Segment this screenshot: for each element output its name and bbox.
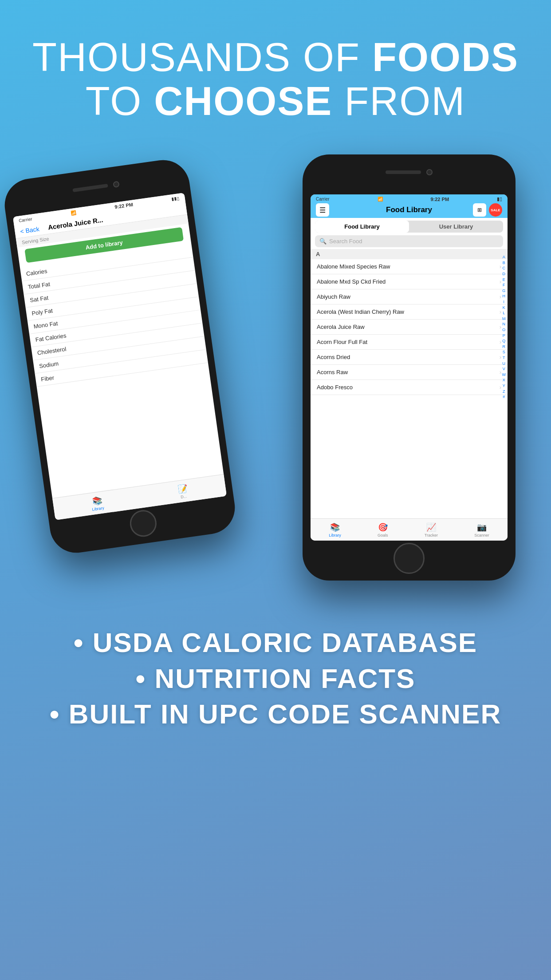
front-nav-bar: ☰ Food Library ⊞ SALE [311,204,508,218]
wifi-icon-front: 📶 [378,197,383,202]
food-item-7[interactable]: Acorns Raw› [311,365,508,380]
food-item-3[interactable]: Acerola (West Indian Cherry) Raw› [311,304,508,320]
phone-front-home-button[interactable] [394,543,425,574]
phone-front-top [303,154,516,190]
search-icon: 🔍 [319,238,327,245]
scanner-tab-icon: 📷 [477,522,487,532]
nav-icon-left[interactable]: ☰ [316,203,329,217]
sale-badge[interactable]: SALE [489,203,502,217]
nav-icons-right: ⊞ SALE [473,203,502,217]
segment-food-library[interactable]: Food Library [315,221,409,233]
food-item-0[interactable]: Abalone Mixed Species Raw› [311,259,508,274]
phones-container: Carrier 📶 9:22 PM ▮▮▯ < Back Acerola Jui… [0,141,551,607]
header-line2: TO CHOOSE FROM [0,79,551,123]
battery-back: ▮▮▯ [171,195,180,201]
time-back: 9:22 PM [114,202,134,210]
library-tab-icon: 📚 [330,522,340,532]
battery-front: ▮▯ [497,196,502,202]
phone-back-screen: Carrier 📶 9:22 PM ▮▮▯ < Back Acerola Jui… [13,193,227,520]
bullet-line-2: • BUILT IN UPC CODE SCANNER [27,696,524,732]
wifi-icon-back: 📶 [71,210,76,216]
segment-user-library[interactable]: User Library [409,221,503,233]
food-item-5[interactable]: Acorn Flour Full Fat› [311,335,508,350]
phone-front-speaker [386,170,421,174]
food-list: Abalone Mixed Species Raw› Abalone Mxd S… [311,259,508,395]
phone-front-camera [426,169,433,175]
phone-front-screen: Carrier 📶 9:22 PM ▮▯ ☰ Food Library ⊞ SA… [311,194,508,541]
food-item-1[interactable]: Abalone Mxd Sp Ckd Fried› [311,274,508,289]
phone-back-camera [113,181,120,188]
phone-front: Carrier 📶 9:22 PM ▮▯ ☰ Food Library ⊞ SA… [303,154,516,581]
carrier-back: Carrier [18,216,32,223]
tab-tracker-front[interactable]: 📈 Tracker [425,522,438,537]
food-item-6[interactable]: Acorns Dried› [311,350,508,365]
phone-back: Carrier 📶 9:22 PM ▮▮▯ < Back Acerola Jui… [1,157,238,556]
food-item-4[interactable]: Acerola Juice Raw› [311,320,508,335]
time-front: 9:22 PM [430,197,449,202]
header-section: THOUSANDS OF FOODS TO CHOOSE FROM [0,0,551,141]
library-icon-back: 📚 [91,495,102,506]
tab-diary-back[interactable]: 📝 D... [177,483,189,499]
alphabet-sidebar[interactable]: A B C D E F G H I K L M N O P Q R [502,259,506,395]
search-bar[interactable]: 🔍 Search Food [315,235,503,247]
carrier-front: Carrier [316,197,330,202]
bullet-line-0: • USDA CALORIC DATABASE [27,625,524,661]
section-header-a: A [311,249,508,259]
front-nav-title: Food Library [386,205,432,214]
bullet-line-1: • NUTRITION FACTS [27,661,524,697]
phone-back-speaker [72,184,108,192]
bullets-section: • USDA CALORIC DATABASE • NUTRITION FACT… [0,607,551,750]
menu-icon: ☰ [319,206,326,214]
tab-bar-front: 📚 Library 🎯 Goals 📈 Tracker 📷 Scanner [311,518,508,541]
back-button[interactable]: < Back [20,225,39,235]
status-bar-front: Carrier 📶 9:22 PM ▮▯ [311,194,508,204]
tab-library-back[interactable]: 📚 Library [90,495,104,511]
food-item-2[interactable]: Abiyuch Raw› [311,289,508,304]
goals-tab-icon: 🎯 [378,522,388,532]
tab-goals-front[interactable]: 🎯 Goals [378,522,388,537]
tab-scanner-front[interactable]: 📷 Scanner [474,522,489,537]
search-placeholder: Search Food [329,238,362,245]
header-line1: THOUSANDS OF FOODS [0,36,551,79]
phone-back-home-button[interactable] [128,508,158,538]
food-item-8[interactable]: Adobo Fresco› [311,380,508,395]
tracker-tab-icon: 📈 [426,522,436,532]
grid-icon[interactable]: ⊞ [473,203,486,217]
tab-library-front[interactable]: 📚 Library [329,522,341,537]
diary-icon-back: 📝 [177,483,188,494]
segment-control: Food Library User Library [315,221,503,233]
